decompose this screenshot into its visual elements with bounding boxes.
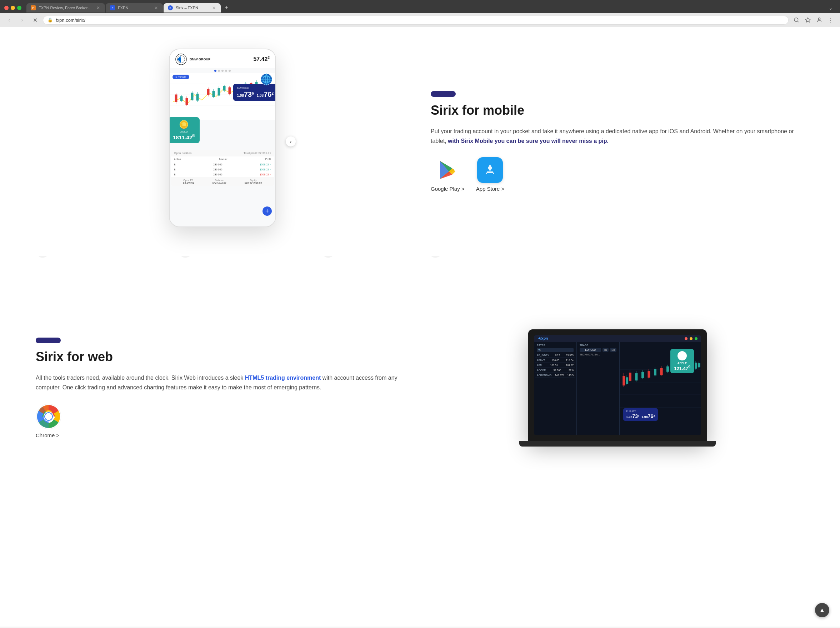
chart-panel: EURJPY 1.08736 1.08762: [620, 342, 701, 435]
svg-text:BMW: BMW: [180, 57, 183, 58]
new-tab-button[interactable]: +: [221, 3, 231, 13]
positions-table: Open position Total profit: $2,391.71 Ac…: [171, 150, 274, 186]
web-section-text: Sirix for web All the tools traders need…: [36, 338, 409, 439]
app-store-link[interactable]: App Store >: [476, 157, 505, 192]
ctrl-close: [685, 337, 687, 340]
browser-chrome: F FXPN Review, Forex Broker&... ✕ F FXPN…: [0, 0, 840, 27]
mobile-section-description: Put your trading account in your pocket …: [431, 127, 804, 146]
rates-search: 🔍: [535, 347, 575, 353]
menu-button[interactable]: ⋮: [826, 15, 836, 25]
tab2-title: FXPN: [118, 6, 151, 10]
trading-ui: ✦fxpn RATES: [534, 335, 701, 435]
url-input[interactable]: [56, 17, 784, 23]
tab1-title: FXPN Review, Forex Broker&...: [39, 6, 93, 10]
web-section: Sirix for web All the tools traders need…: [0, 284, 840, 492]
arrow-button[interactable]: ›: [286, 136, 296, 147]
table-row-3: B 236 000 $569.22 >: [171, 172, 274, 177]
web-section-description: All the tools traders need, available ar…: [36, 373, 409, 392]
tab2-favicon: F: [110, 5, 115, 10]
chrome-svg: [36, 404, 62, 429]
phone-header: BMW BMW GROUP 57.422: [170, 49, 275, 68]
tab-1[interactable]: F FXPN Review, Forex Broker&... ✕: [27, 3, 105, 13]
phone-price-display: 57.422: [253, 56, 270, 63]
security-icon: 🔒: [47, 17, 53, 22]
table-row-1: B 236 000 $569.22 >: [171, 162, 274, 167]
svg-point-2: [818, 18, 820, 20]
tab-overflow-button[interactable]: ⌄: [826, 3, 836, 13]
rate-row-3: ABM 101.51 101.87: [535, 363, 575, 368]
maximize-button[interactable]: [17, 6, 21, 10]
rate-row-5: ACRONBMG 142.975 143.5: [535, 373, 575, 378]
minute-badge: 1 minute: [172, 75, 189, 79]
rates-header: RATES: [535, 343, 575, 347]
chrome-link[interactable]: Chrome >: [36, 404, 409, 438]
apple-price-display: 121.479: [674, 365, 690, 371]
tab3-close[interactable]: ✕: [212, 5, 216, 10]
dot-4: [225, 70, 227, 72]
tab1-close[interactable]: ✕: [96, 5, 101, 10]
rate-row-4: ACCOR 32.365 32.6: [535, 368, 575, 373]
trade-panel: TRADE EURUSD H1 M4 TECHNICAL SA...: [577, 342, 620, 435]
tab2-close[interactable]: ✕: [153, 5, 159, 10]
eurjpy-values: 1.08736 1.08762: [626, 413, 655, 419]
dot-5: [229, 70, 231, 72]
rate-row-1: AE_INDEX 62.2 63,333: [535, 353, 575, 358]
app-store-label: App Store >: [476, 186, 505, 192]
tab-2[interactable]: F FXPN ✕: [106, 3, 163, 13]
positions-header: Open position Total profit: $2,391.71: [171, 150, 274, 157]
mobile-section: BMW BMW GROUP 57.422: [0, 27, 840, 256]
tab-3-active[interactable]: S Sirix – FXPN ✕: [164, 3, 221, 13]
eurusd-bid-display: 1.08736: [237, 90, 254, 99]
google-play-icon: [435, 157, 460, 183]
scroll-top-button[interactable]: ▲: [815, 603, 829, 617]
reload-button[interactable]: ✕: [30, 15, 40, 25]
dot-active: [214, 70, 216, 72]
eurusd-values: 1.08736 1.08762: [237, 90, 273, 99]
profile-button[interactable]: [814, 15, 824, 25]
highlight-text: with Sirix Mobile you can be sure you wi…: [448, 138, 609, 144]
gold-widget: 🪙 GOLD 1811.426: [170, 117, 200, 143]
ctrl-min: [690, 337, 693, 340]
trade-pair: EURUSD H1 M4: [578, 347, 618, 353]
phone-screen: BMW BMW GROUP 57.422: [170, 49, 275, 226]
tab3-title: Sirix – FXPN: [176, 6, 208, 10]
ctrl-max: [695, 337, 698, 340]
laptop-frame: ✦fxpn RATES: [528, 329, 707, 441]
close-button[interactable]: [4, 6, 9, 10]
svg-point-57: [45, 413, 52, 420]
apple-label: APPLE: [674, 362, 690, 365]
mobile-section-text: Sirix for mobile Put your trading accoun…: [431, 91, 804, 192]
search-button[interactable]: [791, 15, 801, 25]
bmw-logo-icon: BMW: [175, 54, 187, 65]
svg-rect-79: [635, 373, 638, 380]
forward-button[interactable]: ›: [17, 15, 27, 25]
trade-header: TRADE: [578, 343, 618, 347]
bookmark-button[interactable]: [803, 15, 813, 25]
trading-content: RATES 🔍 AE_INDEX 62.2 63,333: [534, 342, 701, 435]
plus-button[interactable]: +: [262, 206, 272, 216]
back-button[interactable]: ‹: [4, 15, 14, 25]
app-store-svg: [482, 162, 498, 178]
apple-logo: [677, 351, 687, 361]
svg-rect-91: [698, 363, 700, 367]
minimize-button[interactable]: [11, 6, 15, 10]
svg-marker-1: [805, 17, 810, 22]
trading-topbar: ✦fxpn: [534, 335, 701, 342]
address-bar[interactable]: 🔒: [43, 16, 789, 25]
html5-link[interactable]: HTML5 trading environment: [245, 375, 321, 381]
laptop-base: [519, 441, 716, 446]
eurusd-ask-display: 1.08762: [257, 90, 273, 99]
table-row-2: B 236 000 $569.22 >: [171, 167, 274, 172]
chrome-icon: [36, 404, 62, 429]
globe-icon: [261, 73, 273, 87]
app-store-icon: [477, 157, 503, 183]
laptop-mockup: ✦fxpn RATES: [528, 329, 707, 446]
google-play-svg: [437, 159, 458, 181]
rates-panel: RATES 🔍 AE_INDEX 62.2 63,333: [534, 342, 577, 435]
store-links: Google Play > App Store: [431, 157, 804, 192]
positions-footer: Open P/L $3,146.01 Balance $427,812.85 E…: [171, 177, 274, 186]
browser-actions: ⋮: [791, 15, 836, 25]
tab-bar: F FXPN Review, Forex Broker&... ✕ F FXPN…: [0, 0, 840, 13]
google-play-link[interactable]: Google Play >: [431, 157, 465, 192]
trade-signal: TECHNICAL SA...: [578, 353, 618, 356]
